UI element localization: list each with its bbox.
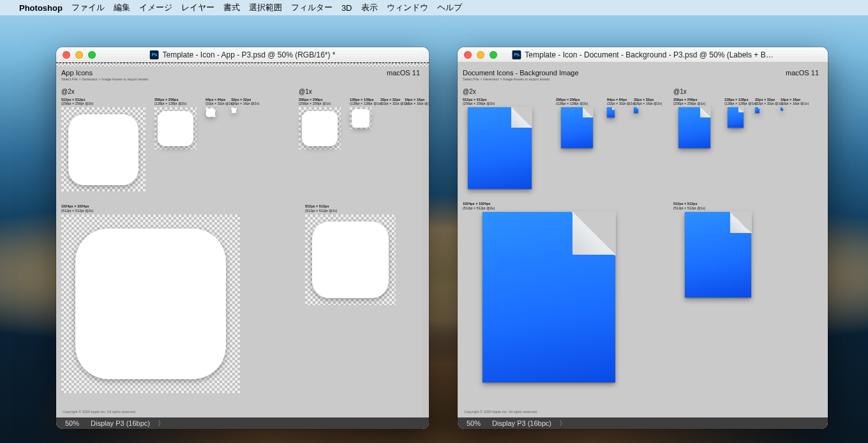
group-1x-label: @1x (673, 88, 797, 95)
ps-file-icon: Ps (512, 50, 521, 59)
app-icon-shape (206, 109, 214, 117)
os-label: macOS 11 (786, 69, 819, 77)
app-icon-canvas (299, 107, 341, 149)
size-label: 256px × 256px(256pt × 256pt @1x) (673, 98, 705, 107)
app-name[interactable]: Photoshop (19, 3, 63, 13)
size-label: 64px × 64px(32pt × 32pt @2x) (206, 98, 222, 107)
chevron-right-icon: 〉 (555, 419, 566, 428)
document-icon (561, 107, 593, 148)
zoom-button[interactable] (88, 51, 96, 59)
status-profile[interactable]: Display P3 (16bpc) 〉 (492, 419, 566, 428)
document-icon (468, 107, 532, 189)
os-label: macOS 11 (387, 69, 420, 77)
app-icon-shape (68, 114, 139, 185)
document-icon (678, 107, 710, 148)
document-icon (728, 107, 744, 128)
document-icon-1024 (483, 212, 615, 382)
doc-hint: Select File > Generator > Image Assets t… (463, 78, 819, 82)
copyright: Copyright © 2020 Apple Inc. All rights r… (464, 410, 537, 414)
app-icon-shape (232, 108, 237, 113)
document-icon (755, 107, 760, 113)
menu-type[interactable]: 書式 (223, 2, 240, 13)
document-window-document-icons[interactable]: Ps Template - Icon - Document - Backgrou… (458, 47, 828, 429)
ps-file-icon: Ps (150, 50, 159, 59)
close-button[interactable] (464, 51, 472, 59)
group-2x-label: @2x (61, 88, 260, 95)
size-label: 128px × 128px(128pt × 128pt @1x) (724, 98, 756, 107)
chevron-right-icon: 〉 (154, 419, 165, 428)
app-icon-shape (75, 229, 225, 379)
app-icon-shape (352, 109, 370, 128)
size-label: 16px × 16px(16pt × 16pt @1x) (405, 98, 420, 107)
size-label: 32px × 32px(32pt × 32pt @1x) (380, 98, 396, 107)
size-label: 64px × 64px(32pt × 32pt @2x) (607, 98, 625, 107)
menu-edit[interactable]: 編集 (114, 2, 130, 13)
traffic-lights (464, 51, 497, 59)
app-icon-canvas (350, 107, 371, 129)
document-window-app-icons[interactable]: Ps Template - Icon - App - P3.psd @ 50% … (56, 47, 429, 429)
document-icon (634, 107, 638, 113)
canvas-area[interactable]: Document Icons - Background Image Select… (458, 63, 828, 417)
app-icon-shape (302, 111, 337, 146)
menu-bar: Photoshop ファイル 編集 イメージ レイヤー 書式 選択範囲 フィルタ… (0, 0, 868, 15)
menu-select[interactable]: 選択範囲 (249, 2, 282, 13)
size-label: 512px × 512px(512pt × 512pt @1x) (305, 204, 396, 213)
app-icon-canvas-512 (61, 107, 146, 191)
document-icon-512 (685, 212, 751, 297)
doc-heading: App Icons (61, 69, 420, 77)
menu-layer[interactable]: レイヤー (181, 2, 214, 13)
status-bar: 50% Display P3 (16bpc) 〉 (458, 417, 828, 429)
size-label: 256px × 256px(128pt × 128pt @2x) (154, 98, 197, 107)
app-icon-canvas-1024 (61, 214, 240, 393)
copyright: Copyright © 2020 Apple Inc. All rights r… (63, 410, 136, 414)
size-label: 1024px × 1024px(512pt × 512pt @2x) (61, 204, 240, 213)
menu-window[interactable]: ウィンドウ (387, 2, 428, 13)
titlebar[interactable]: Ps Template - Icon - App - P3.psd @ 50% … (56, 47, 429, 63)
group-1x-label: @1x (299, 88, 420, 95)
app-icon-shape (312, 222, 388, 297)
menu-help[interactable]: ヘルプ (437, 2, 462, 13)
doc-heading: Document Icons - Background Image (463, 69, 819, 77)
document-icon (781, 107, 783, 110)
size-label: 1024px × 1024px(512pt × 512pt @2x) (463, 202, 495, 211)
titlebar[interactable]: Ps Template - Icon - Document - Backgrou… (458, 47, 828, 63)
menu-filter[interactable]: フィルター (291, 2, 333, 13)
close-button[interactable] (63, 51, 70, 59)
app-icon-canvas-256 (154, 107, 197, 149)
menu-image[interactable]: イメージ (139, 2, 172, 13)
status-bar: 50% Display P3 (16bpc) 〉 (56, 417, 429, 429)
app-icon-canvas-512-1x (305, 214, 396, 305)
size-label: 16px × 16px(16pt × 16pt @1x) (781, 98, 797, 107)
menu-file[interactable]: ファイル (71, 2, 105, 13)
size-label: 128px × 128px(128pt × 128pt @1x) (350, 98, 371, 107)
menu-3d[interactable]: 3D (341, 3, 352, 13)
doc-hint: Select File > Generator > Image Assets t… (61, 78, 420, 82)
minimize-button[interactable] (75, 51, 83, 59)
status-zoom[interactable]: 50% (65, 419, 79, 427)
size-label: 32px × 32px(16pt × 16pt @2x) (231, 98, 248, 107)
traffic-lights (63, 51, 96, 59)
group-2x-label: @2x (463, 88, 661, 95)
size-label: 32px × 32px(32pt × 32pt @1x) (755, 98, 772, 107)
status-profile[interactable]: Display P3 (16bpc) 〉 (91, 419, 165, 428)
size-label: 512px × 512px(256pt × 256pt @2x) (463, 98, 495, 107)
size-label: 256px × 256px(128pt × 128pt @2x) (556, 98, 588, 107)
app-icon-canvas-64 (206, 107, 216, 117)
size-label: 512px × 512px(512pt × 512pt @1x) (673, 202, 705, 211)
menu-view[interactable]: 表示 (361, 2, 378, 13)
canvas-area[interactable]: App Icons Select File > Generator > Imag… (56, 63, 429, 417)
status-zoom[interactable]: 50% (467, 419, 481, 427)
app-icon-shape (158, 111, 193, 146)
zoom-button[interactable] (490, 51, 497, 59)
window-title: Template - Icon - Document - Background … (525, 50, 773, 59)
size-label: 256px × 256px(256pt × 256pt @1x) (299, 98, 341, 107)
size-label: 512px × 512px(256pt × 256pt @2x) (61, 98, 146, 107)
size-label: 32px × 32px(16pt × 16pt @2x) (634, 98, 650, 107)
document-icon (607, 107, 615, 117)
window-title: Template - Icon - App - P3.psd @ 50% (RG… (163, 50, 336, 59)
app-icon-canvas-32 (231, 107, 237, 113)
minimize-button[interactable] (477, 51, 484, 59)
